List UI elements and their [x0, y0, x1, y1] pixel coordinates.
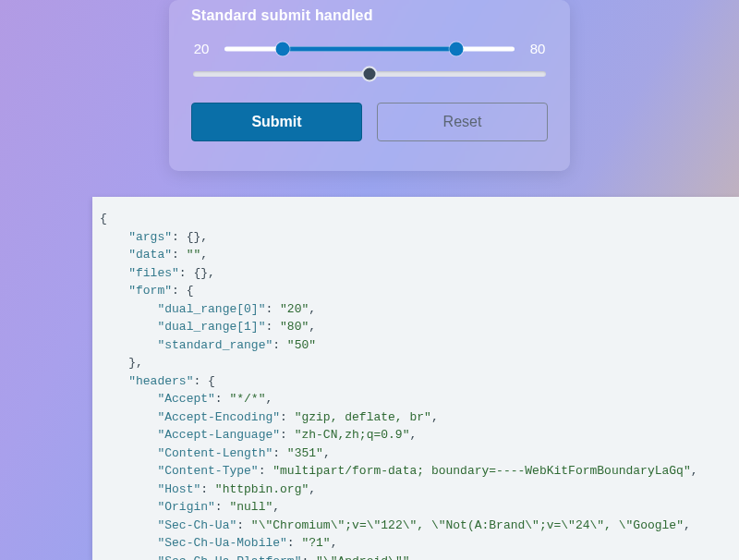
dual-range-thumb-low[interactable]: [275, 42, 289, 55]
dual-low-value: 20: [191, 41, 212, 56]
button-row: Submit Reset: [191, 103, 548, 141]
submit-button[interactable]: Submit: [191, 103, 362, 141]
dual-high-value: 80: [527, 41, 548, 56]
standard-range-slider[interactable]: [193, 66, 546, 82]
response-output: { "args": {}, "data": "", "files": {}, "…: [92, 197, 739, 560]
form-card: Standard submit handled 20 80 Submit Res…: [169, 0, 570, 171]
reset-button[interactable]: Reset: [377, 103, 548, 141]
standard-range-thumb[interactable]: [362, 67, 378, 82]
dual-range-slider[interactable]: [224, 42, 515, 56]
dual-range-thumb-high[interactable]: [450, 42, 464, 55]
card-title: Standard submit handled: [191, 7, 548, 24]
dual-range-row: 20 80: [191, 41, 548, 56]
